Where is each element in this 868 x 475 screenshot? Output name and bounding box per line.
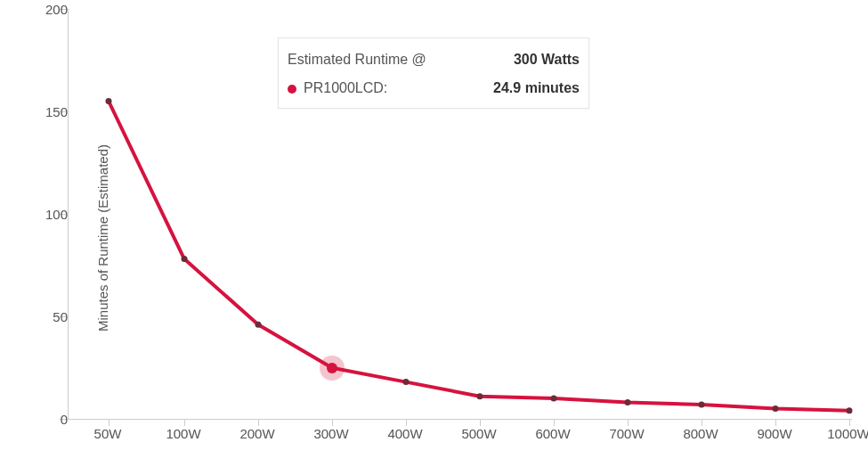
x-tick-label: 300W bbox=[313, 426, 348, 441]
runtime-chart: Minutes of Runtime (Estimated) Estimated… bbox=[0, 0, 868, 475]
x-tick-label: 100W bbox=[166, 426, 200, 441]
legend-dot-icon bbox=[288, 85, 296, 94]
legend-runtime-value: 24.9 minutes bbox=[493, 80, 580, 96]
legend-title-row: Estimated Runtime @ 300 Watts bbox=[288, 45, 580, 74]
x-tick-label: 1000W bbox=[827, 426, 868, 441]
y-tick-label: 0 bbox=[32, 412, 68, 427]
svg-point-6 bbox=[551, 396, 557, 402]
x-tick-label: 200W bbox=[239, 426, 274, 441]
x-tick-label: 500W bbox=[461, 426, 496, 441]
svg-point-5 bbox=[477, 393, 483, 399]
svg-point-8 bbox=[699, 401, 705, 407]
legend-series-name: PR1000LCD: bbox=[304, 80, 387, 95]
y-tick-label: 50 bbox=[32, 309, 68, 324]
svg-point-2 bbox=[256, 322, 262, 328]
svg-point-7 bbox=[625, 399, 631, 405]
svg-point-9 bbox=[773, 405, 779, 412]
chart-legend: Estimated Runtime @ 300 Watts PR1000LCD:… bbox=[278, 37, 589, 109]
svg-point-10 bbox=[847, 407, 853, 414]
legend-wattage-value: 300 Watts bbox=[514, 52, 580, 68]
legend-title-text: Estimated Runtime @ bbox=[288, 52, 426, 68]
svg-point-0 bbox=[106, 98, 112, 104]
x-tick-label: 50W bbox=[94, 426, 122, 441]
legend-series-row: PR1000LCD: 24.9 minutes bbox=[288, 74, 580, 102]
y-tick-label: 150 bbox=[32, 104, 68, 119]
highlight-dot-icon bbox=[327, 363, 337, 373]
y-tick-label: 100 bbox=[32, 207, 68, 222]
svg-point-1 bbox=[182, 256, 188, 262]
x-tick-label: 800W bbox=[683, 426, 718, 441]
legend-series-label: PR1000LCD: bbox=[288, 80, 387, 96]
x-tick-label: 700W bbox=[609, 426, 644, 441]
x-tick-label: 900W bbox=[757, 426, 791, 441]
y-tick-label: 200 bbox=[32, 2, 68, 17]
x-tick-label: 600W bbox=[535, 426, 570, 441]
x-tick-label: 400W bbox=[387, 426, 422, 441]
svg-point-4 bbox=[403, 379, 410, 385]
